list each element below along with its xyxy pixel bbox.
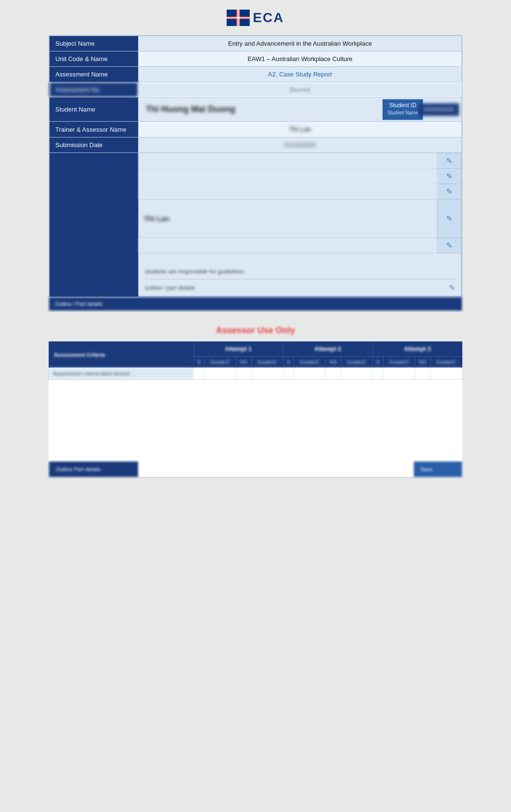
criteria-label-row: Assessment criteria label blurred	[49, 368, 462, 380]
edit-icon-1[interactable]: ✎	[446, 157, 452, 165]
empty-s2-1	[283, 380, 294, 394]
empty-row-4	[49, 423, 462, 437]
attempt1-header: Attempt 1	[193, 342, 283, 357]
inner-row-2-icon[interactable]: ✎	[437, 169, 461, 184]
submission-date-value: 01/10/2024	[139, 137, 462, 153]
inner-row-4-large: Thi Lan ✎	[139, 200, 461, 238]
inner-row-5-text	[139, 238, 437, 253]
edit-icon-5[interactable]: ✎	[446, 241, 452, 250]
assessment-content-cell: ✎ ✎ ✎	[139, 153, 462, 297]
spacer	[138, 462, 414, 477]
empty-s1-4	[251, 380, 283, 394]
subject-name-value: Entry and Advancement in the Australian …	[139, 36, 462, 51]
assessment-no-value: Blurred	[139, 82, 462, 98]
inner-row-1: ✎	[139, 153, 461, 169]
notes-row: students are responsible for guidelines.…	[139, 253, 461, 297]
edit-icon-2[interactable]: ✎	[446, 172, 452, 180]
empty4-criteria	[49, 423, 194, 437]
submission-date-label: Submission Date	[50, 137, 139, 153]
inner-row-3-icon[interactable]: ✎	[437, 184, 461, 200]
assessment-no-row: Assessment No. Blurred	[50, 82, 462, 98]
score-2	[204, 368, 236, 380]
score-5	[283, 368, 294, 380]
a2-ns: NS	[326, 357, 341, 368]
inner-row-4-text: Thi Lan	[139, 200, 437, 238]
empty-row-5	[49, 437, 462, 462]
empty-s1-3	[236, 380, 251, 394]
bottom-left-button[interactable]: Outline Part details	[49, 462, 138, 477]
inner-row-4-icon[interactable]: ✎	[437, 200, 461, 238]
a1-ns: NS	[236, 357, 251, 368]
empty-s1-2	[204, 380, 236, 394]
score-4	[251, 368, 283, 380]
empty2-scores	[193, 394, 462, 409]
score-1	[193, 368, 204, 380]
reviewer-section: Assessor Use Only Assessment Criteria At…	[49, 325, 462, 477]
subject-name-row: Subject Name Entry and Advancement in th…	[50, 36, 462, 51]
student-name-row: Student Name Thi Huong Mai Duong Student…	[50, 98, 462, 122]
assessor-text: Thi Lan	[289, 125, 311, 133]
attempt2-header: Attempt 2	[283, 342, 372, 357]
a1-s: S	[193, 357, 204, 368]
score-9	[372, 368, 383, 380]
score-6	[294, 368, 325, 380]
submission-date-text: 01/10/2024	[284, 141, 316, 149]
empty-s3-3	[415, 380, 431, 394]
student-name-text: Thi Huong Mai Duong	[146, 104, 235, 114]
student-name-label: Student Name	[50, 98, 139, 122]
edit-icon-6[interactable]: ✎	[449, 283, 455, 292]
empty-s3-4	[430, 380, 462, 394]
empty-s2-4	[341, 380, 372, 394]
notes-text: students are responsible for guidelines.	[145, 268, 455, 275]
logo-text: ECA	[253, 10, 284, 25]
save-button[interactable]: Save	[414, 462, 462, 477]
notes-cell: students are responsible for guidelines.…	[139, 253, 461, 297]
assessor-name-row: Trainer & Assessor Name Thi Lan	[50, 122, 462, 137]
unit-code-label: Unit Code & Name	[50, 51, 139, 67]
empty5-criteria	[49, 437, 194, 462]
assessment-name-label: Assessment Name	[50, 67, 139, 82]
criteria-header: Assessment Criteria	[49, 342, 194, 368]
score-11	[415, 368, 431, 380]
edit-icon-4[interactable]: ✎	[446, 214, 452, 223]
logo-flag-icon	[227, 10, 250, 26]
reviewer-title: Assessor Use Only	[49, 325, 462, 336]
inner-row-2: ✎	[139, 169, 461, 184]
unit-code-row: Unit Code & Name EAW1 – Australian Workp…	[50, 51, 462, 67]
assessment-name-row: Assessment Name A2. Case Study Report	[50, 67, 462, 82]
inner-row-3: ✎	[139, 184, 461, 200]
inner-row-1-icon[interactable]: ✎	[437, 153, 461, 169]
assessment-name-value: A2. Case Study Report	[139, 67, 462, 82]
inner-row-3-text	[139, 184, 437, 200]
assessment-area-label	[50, 153, 139, 297]
student-name-value-cell: Thi Huong Mai Duong Student ID Student N…	[139, 98, 462, 122]
student-id-badge: Student ID Student Name	[383, 99, 423, 120]
empty2-criteria	[49, 394, 194, 409]
attempt3-header: Attempt 3	[372, 342, 462, 357]
edit-icon-3[interactable]: ✎	[446, 187, 452, 196]
empty-row-2	[49, 394, 462, 409]
reviewer-table: Assessment Criteria Attempt 1 Attempt 2 …	[49, 341, 462, 462]
empty-s3-1	[372, 380, 383, 394]
a2-s: S	[283, 357, 294, 368]
a1-grade1: Grade/C	[204, 357, 236, 368]
empty3-scores	[193, 409, 462, 423]
score-7	[326, 368, 341, 380]
score-8	[341, 368, 372, 380]
assessment-row-1: ✎ ✎ ✎	[50, 153, 462, 297]
subject-name-label: Subject Name	[50, 36, 139, 51]
criteria-label-text: Assessment criteria label blurred	[49, 368, 194, 380]
assessment-inner-table: ✎ ✎ ✎	[139, 153, 461, 297]
a1-grade2: Grade/C	[251, 357, 283, 368]
svg-rect-5	[237, 10, 240, 26]
inner-row-5-icon[interactable]: ✎	[437, 238, 461, 253]
empty3-criteria	[49, 409, 194, 423]
inner-row-1-text	[139, 153, 437, 169]
assessment-no-label: Assessment No.	[50, 82, 139, 98]
empty-criteria-1	[49, 380, 194, 394]
reviewer-header-row: Assessment Criteria Attempt 1 Attempt 2 …	[49, 342, 462, 357]
score-3	[236, 368, 251, 380]
inner-row-5: ✎	[139, 238, 461, 253]
assessor-name-label: Trainer & Assessor Name	[50, 122, 139, 137]
empty-s1-1	[193, 380, 204, 394]
